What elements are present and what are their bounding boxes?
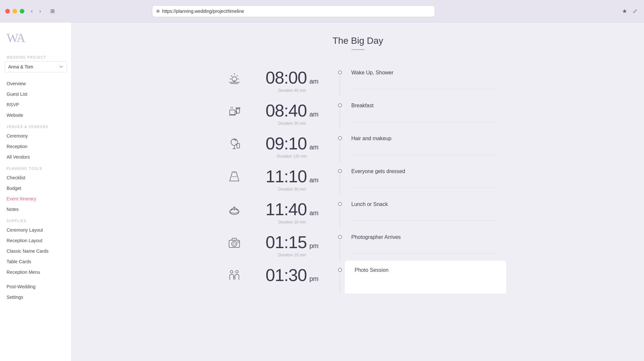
page-title: The Big Day [91, 36, 624, 46]
timeline-dot-3 [338, 136, 342, 140]
sidebar-item-notes[interactable]: Notes [0, 204, 71, 215]
timeline-line-2 [340, 109, 340, 129]
sidebar-item-checklist[interactable]: Checklist [0, 172, 71, 183]
sidebar-toggle-button[interactable]: ⊞ [48, 7, 57, 15]
svg-rect-13 [236, 108, 240, 109]
timeline-dot-4 [338, 169, 342, 173]
timeline-ampm-4: am [309, 176, 319, 184]
timeline-left-1 [210, 63, 249, 96]
timeline-left-5 [210, 195, 249, 228]
timeline-line-3 [340, 142, 340, 162]
timeline-connector-7 [335, 261, 345, 294]
timeline-center-3: 09:10 am Duration 120 min [249, 129, 335, 162]
sidebar-item-ceremony-layout[interactable]: Ceremony Layout [0, 225, 71, 235]
timeline-right-3: Hair and makeup [345, 129, 506, 162]
maximize-button[interactable] [20, 9, 24, 13]
sidebar-item-classic-name-cards[interactable]: Classic Name Cards [0, 246, 71, 256]
timeline-ampm-2: am [309, 111, 319, 118]
svg-line-7 [236, 75, 238, 77]
timeline-right-5: Lunch or Snack [345, 195, 506, 228]
timeline-time-7: 01:30 [266, 267, 307, 284]
timeline-event-6: Photographer Arrives [351, 234, 496, 240]
timeline-center-6: 01:15 pm Duration 15 min [249, 228, 335, 261]
timeline-item-4: 11:10 am Duration 30 min Everyone gets d… [210, 162, 506, 195]
sidebar-item-reception-layout[interactable]: Reception Layout [0, 235, 71, 246]
svg-rect-17 [237, 143, 240, 148]
svg-point-18 [234, 139, 235, 140]
timeline-duration-1: Duration 40 min [278, 88, 306, 93]
timeline-dot-7 [338, 268, 342, 272]
minimize-button[interactable] [13, 9, 17, 13]
sidebar-item-event-itinerary[interactable]: Event Itinerary [0, 193, 71, 204]
sidebar-item-overview[interactable]: Overview [0, 78, 71, 89]
browser-actions: ★ ⤢ [621, 6, 639, 16]
main-content: The Big Day [72, 22, 644, 361]
timeline-right-6: Photographer Arrives [345, 228, 506, 261]
timeline-event-7: Photo Session [355, 267, 496, 273]
timeline-line-1 [340, 76, 340, 96]
timeline-duration-6: Duration 15 min [278, 253, 306, 257]
timeline-connector-3 [335, 129, 345, 162]
timeline-center-7: 01:30 pm [249, 261, 335, 294]
timeline-left-6 [210, 228, 249, 261]
makeup-icon [226, 135, 243, 152]
timeline-ampm-5: am [309, 209, 319, 217]
project-select[interactable]: Anna & Tom [5, 61, 67, 72]
url-bar[interactable]: https://planning.wedding/project/timelin… [152, 5, 435, 17]
page-title-container: The Big Day [91, 36, 624, 50]
timeline-event-2: Breakfast [351, 103, 496, 109]
expand-button[interactable]: ⤢ [631, 6, 639, 16]
sidebar-item-settings[interactable]: Settings [0, 292, 71, 302]
timeline-event-1: Wake Up, Shower [351, 70, 496, 76]
timeline-right-4: Everyone gets dressed [345, 162, 506, 195]
lunch-icon [226, 201, 243, 218]
timeline-connector-6 [335, 228, 345, 261]
app-layout: WA WEDDING PROJECT Anna & Tom Overview G… [0, 22, 644, 361]
svg-line-6 [231, 75, 232, 77]
timeline-ampm-3: am [309, 143, 319, 151]
forward-button[interactable]: › [37, 7, 43, 15]
back-button[interactable]: ‹ [28, 7, 35, 15]
timeline-right-1: Wake Up, Shower [345, 63, 506, 96]
timeline-left-4 [210, 162, 249, 195]
sidebar-item-table-cards[interactable]: Table Cards [0, 256, 71, 267]
sidebar-item-guest-list[interactable]: Guest List [0, 89, 71, 99]
timeline-time-6: 01:15 [266, 234, 307, 251]
sidebar-item-rsvp[interactable]: RSVP [0, 99, 71, 110]
close-button[interactable] [5, 9, 10, 13]
timeline-right-7: Photo Session [345, 261, 506, 294]
breakfast-icon [226, 102, 243, 119]
project-section-label: WEDDING PROJECT [0, 56, 71, 59]
timeline-right-2: Breakfast [345, 96, 506, 129]
sidebar-item-ceremony[interactable]: Ceremony [0, 131, 71, 141]
timeline-item-6: 01:15 pm Duration 15 min Photographer Ar… [210, 228, 506, 261]
sidebar-item-post-wedding[interactable]: Post-Wedding [0, 281, 71, 292]
sidebar-item-website[interactable]: Website [0, 110, 71, 120]
sidebar-item-budget[interactable]: Budget [0, 183, 71, 193]
browser-chrome: ‹ › ⊞ https://planning.wedding/project/t… [0, 0, 644, 22]
timeline-connector-4 [335, 162, 345, 195]
timeline-connector-5 [335, 195, 345, 228]
timeline-dot-1 [338, 70, 342, 74]
sidebar-item-all-vendors[interactable]: All Vendors [0, 152, 71, 162]
venues-vendors-label: VENUES & VENDORS [0, 120, 71, 131]
timeline-connector-1 [335, 63, 345, 96]
timeline-duration-4: Duration 30 min [278, 187, 306, 192]
timeline-item-1: 08:00 am Duration 40 min Wake Up, Shower [210, 63, 506, 96]
sidebar-item-reception[interactable]: Reception [0, 141, 71, 152]
timeline-duration-2: Duration 30 min [278, 121, 306, 126]
sidebar: WA WEDDING PROJECT Anna & Tom Overview G… [0, 22, 72, 361]
sidebar-item-reception-menu[interactable]: Reception Menu [0, 267, 71, 277]
timeline-time-1: 08:00 [266, 69, 307, 86]
timeline-event-3: Hair and makeup [351, 136, 496, 142]
timeline-divider-2 [351, 122, 496, 122]
timeline-item-7: 01:30 pm Photo Session [210, 261, 506, 294]
timeline-time-5: 11:40 [266, 201, 307, 218]
bookmark-button[interactable]: ★ [621, 6, 629, 16]
timeline-center-2: 08:40 am Duration 30 min [249, 96, 335, 129]
traffic-lights [5, 9, 24, 13]
svg-rect-10 [230, 110, 235, 115]
timeline-line-6 [340, 240, 340, 261]
svg-point-25 [238, 241, 239, 243]
timeline-line-4 [340, 174, 340, 195]
